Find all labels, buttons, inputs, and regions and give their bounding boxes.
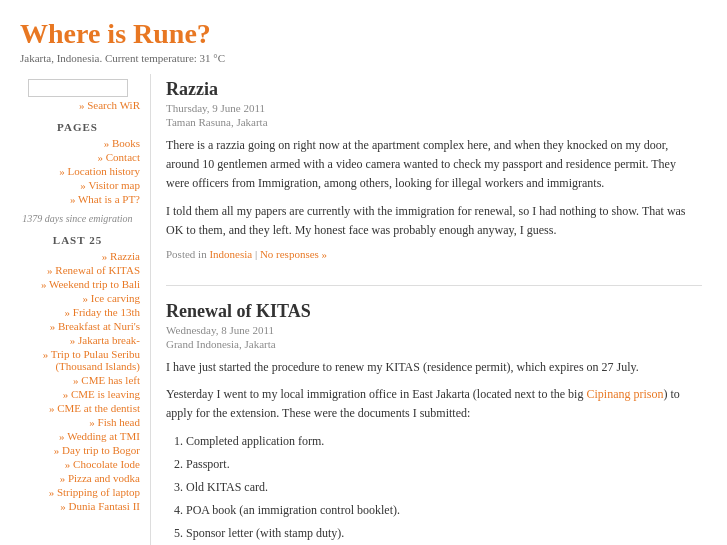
list-item[interactable]: Stripping of laptop [15, 486, 140, 498]
list-item[interactable]: CME has left [15, 374, 140, 386]
what-is-pt-link[interactable]: What is a PT? [70, 193, 140, 205]
wedding-tmi-link[interactable]: Wedding at TMI [59, 430, 140, 442]
post-date: Thursday, 9 June 2011 [166, 102, 702, 114]
post-renewal-kitas: Renewal of KITAS Wednesday, 8 June 2011 … [166, 301, 702, 545]
renewal-kitas-link[interactable]: Renewal of KITAS [47, 264, 140, 276]
search-link[interactable]: » Search WiR [15, 99, 140, 111]
last25-list: Razzia Renewal of KITAS Weekend trip to … [15, 250, 140, 512]
list-item: Completed application form. [186, 432, 702, 451]
no-responses-link[interactable]: No responses » [260, 248, 327, 260]
ice-carving-link[interactable]: Ice carving [83, 292, 140, 304]
post-title: Renewal of KITAS [166, 301, 702, 322]
emigration-note: 1379 days since emigration [15, 213, 140, 224]
list-item[interactable]: CME at the dentist [15, 402, 140, 414]
list-item[interactable]: Day trip to Bogor [15, 444, 140, 456]
cme-leaving-link[interactable]: CME is leaving [63, 388, 140, 400]
weekend-bali-link[interactable]: Weekend trip to Bali [41, 278, 140, 290]
sidebar: » Search WiR PAGES Books Contact Locatio… [10, 74, 150, 545]
pizza-vodka-link[interactable]: Pizza and vodka [60, 472, 140, 484]
list-item[interactable]: Jakarta break- [15, 334, 140, 346]
list-item[interactable]: Fish head [15, 416, 140, 428]
chocolate-iode-link[interactable]: Chocolate Iode [65, 458, 140, 470]
list-item[interactable]: Weekend trip to Bali [15, 278, 140, 290]
visitor-map-link[interactable]: Visitor map [80, 179, 140, 191]
list-item: Passport. [186, 455, 702, 474]
post-divider [166, 285, 702, 286]
list-item[interactable]: Visitor map [15, 179, 140, 191]
cme-dentist-link[interactable]: CME at the dentist [49, 402, 140, 414]
list-item[interactable]: CME is leaving [15, 388, 140, 400]
post-location: Grand Indonesia, Jakarta [166, 338, 702, 350]
search-input[interactable] [28, 79, 128, 97]
category-indonesia-link[interactable]: Indonesia [209, 248, 252, 260]
location-history-link[interactable]: Location history [59, 165, 140, 177]
post-footer: Posted in Indonesia | No responses » [166, 248, 702, 260]
post-date: Wednesday, 8 June 2011 [166, 324, 702, 336]
stripping-laptop-link[interactable]: Stripping of laptop [49, 486, 140, 498]
list-item[interactable]: Books [15, 137, 140, 149]
list-item[interactable]: Contact [15, 151, 140, 163]
jakarta-break-link[interactable]: Jakarta break- [70, 334, 140, 346]
list-item[interactable]: Pizza and vodka [15, 472, 140, 484]
friday-13-link[interactable]: Friday the 13th [65, 306, 140, 318]
list-item[interactable]: Razzia [15, 250, 140, 262]
last25-section-title: LAST 25 [15, 234, 140, 246]
list-item[interactable]: Trip to Pulau Seribu (Thousand Islands) [15, 348, 140, 372]
site-subtitle: Jakarta, Indonesia. Current temperature:… [20, 52, 707, 64]
post-location: Taman Rasuna, Jakarta [166, 116, 702, 128]
site-title: Where is Rune? [20, 18, 707, 50]
fish-head-link[interactable]: Fish head [89, 416, 140, 428]
post-paragraph: Yesterday I went to my local immigration… [166, 385, 702, 423]
post-body: I have just started the procedure to ren… [166, 358, 702, 545]
post-paragraph: I told them all my papers are currently … [166, 202, 702, 240]
list-item[interactable]: Chocolate Iode [15, 458, 140, 470]
post-body: There is a razzia going on right now at … [166, 136, 702, 240]
post-paragraph: There is a razzia going on right now at … [166, 136, 702, 194]
post-paragraph: I have just started the procedure to ren… [166, 358, 702, 377]
list-item[interactable]: Dunia Fantasi II [15, 500, 140, 512]
list-item[interactable]: Renewal of KITAS [15, 264, 140, 276]
breakfast-link[interactable]: Breakfast at Nuri's [50, 320, 140, 332]
list-item: POA book (an immigration control booklet… [186, 501, 702, 520]
main-content: Razzia Thursday, 9 June 2011 Taman Rasun… [150, 74, 717, 545]
post-razzia: Razzia Thursday, 9 June 2011 Taman Rasun… [166, 79, 702, 260]
cipinang-prison-link[interactable]: Cipinang prison [586, 387, 663, 401]
list-item[interactable]: Friday the 13th [15, 306, 140, 318]
day-trip-bogor-link[interactable]: Day trip to Bogor [54, 444, 140, 456]
pages-section-title: PAGES [15, 121, 140, 133]
books-link[interactable]: Books [104, 137, 140, 149]
dunia-fantasi-link[interactable]: Dunia Fantasi II [60, 500, 140, 512]
contact-link[interactable]: Contact [98, 151, 140, 163]
documents-list: Completed application form. Passport. Ol… [166, 432, 702, 546]
list-item[interactable]: Location history [15, 165, 140, 177]
post-title: Razzia [166, 79, 702, 100]
search-section: » Search WiR [15, 79, 140, 111]
list-item: Old KITAS card. [186, 478, 702, 497]
list-item[interactable]: Wedding at TMI [15, 430, 140, 442]
pulau-seribu-link[interactable]: Trip to Pulau Seribu (Thousand Islands) [43, 348, 140, 372]
pages-list: Books Contact Location history Visitor m… [15, 137, 140, 205]
list-item[interactable]: Breakfast at Nuri's [15, 320, 140, 332]
list-item[interactable]: What is a PT? [15, 193, 140, 205]
razzia-link[interactable]: Razzia [102, 250, 140, 262]
cme-left-link[interactable]: CME has left [73, 374, 140, 386]
list-item: Sponsor letter (with stamp duty). [186, 524, 702, 543]
list-item[interactable]: Ice carving [15, 292, 140, 304]
